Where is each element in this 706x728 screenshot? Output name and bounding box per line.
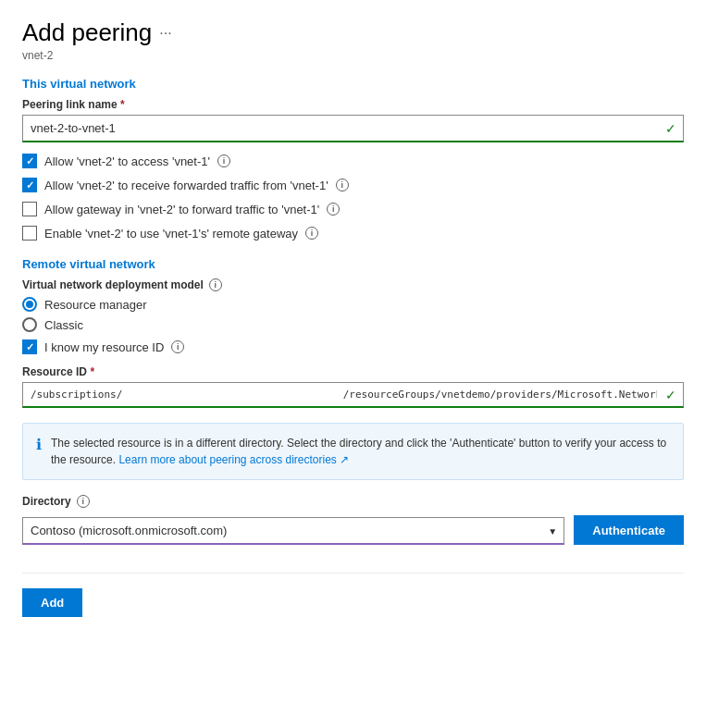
checkbox-know-resource-id[interactable] bbox=[22, 339, 37, 354]
this-vnet-checkboxes: Allow 'vnet-2' to access 'vnet-1' i Allo… bbox=[22, 154, 684, 241]
checkbox-gateway-forward-label: Allow gateway in 'vnet-2' to forward tra… bbox=[44, 203, 319, 216]
checkbox-forwarded[interactable] bbox=[22, 178, 37, 192]
checkbox-remote-gateway[interactable] bbox=[22, 226, 37, 241]
resource-id-label: Resource ID * bbox=[22, 365, 684, 378]
info-icon-3[interactable]: i bbox=[327, 203, 340, 216]
checkbox-gateway-forward[interactable] bbox=[22, 202, 37, 216]
checkbox-row-3: Allow gateway in 'vnet-2' to forward tra… bbox=[22, 202, 684, 216]
deployment-model-info-icon[interactable]: i bbox=[209, 278, 222, 291]
notice-text: The selected resource is in a different … bbox=[51, 435, 670, 468]
deployment-model-radio-group: Resource manager Classic bbox=[22, 297, 684, 332]
bottom-bar: Add bbox=[22, 573, 684, 617]
page-subtitle: vnet-2 bbox=[22, 49, 684, 62]
add-button[interactable]: Add bbox=[22, 588, 82, 617]
peering-link-label: Peering link name * bbox=[22, 98, 684, 111]
info-icon-2[interactable]: i bbox=[336, 179, 349, 191]
radio-classic[interactable] bbox=[22, 317, 37, 332]
resource-id-input[interactable] bbox=[22, 382, 684, 408]
directory-info-icon[interactable]: i bbox=[77, 495, 90, 508]
info-icon-4[interactable]: i bbox=[305, 227, 318, 240]
directory-select[interactable]: Contoso (microsoft.onmicrosoft.com) bbox=[22, 517, 564, 545]
checkbox-know-resource-id-label: I know my resource ID bbox=[44, 340, 164, 354]
resource-id-valid-icon: ✓ bbox=[665, 388, 676, 402]
directory-select-wrapper: Contoso (microsoft.onmicrosoft.com) ▼ bbox=[22, 517, 564, 545]
peering-link-input-wrapper: ✓ bbox=[22, 115, 684, 142]
radio-resource-manager-label: Resource manager bbox=[44, 298, 147, 312]
radio-resource-manager[interactable] bbox=[22, 297, 37, 312]
checkbox-forwarded-label: Allow 'vnet-2' to receive forwarded traf… bbox=[44, 179, 328, 192]
radio-row-resource-manager: Resource manager bbox=[22, 297, 684, 312]
directory-section: Directory i Contoso (microsoft.onmicroso… bbox=[22, 495, 684, 545]
page-title: Add peering bbox=[22, 19, 152, 47]
checkbox-row-4: Enable 'vnet-2' to use 'vnet-1's' remote… bbox=[22, 226, 684, 241]
remote-vnet-heading: Remote virtual network bbox=[22, 257, 684, 271]
deployment-model-label: Virtual network deployment model i bbox=[22, 278, 684, 291]
learn-more-link[interactable]: Learn more about peering across director… bbox=[118, 453, 349, 466]
checkbox-row-1: Allow 'vnet-2' to access 'vnet-1' i bbox=[22, 154, 684, 168]
know-resource-id-row: I know my resource ID i bbox=[22, 339, 684, 354]
this-vnet-heading: This virtual network bbox=[22, 77, 684, 91]
notice-box: ℹ The selected resource is in a differen… bbox=[22, 423, 684, 480]
checkbox-access[interactable] bbox=[22, 154, 37, 168]
info-icon-1[interactable]: i bbox=[217, 154, 230, 167]
page-title-row: Add peering ··· bbox=[22, 19, 684, 47]
directory-label: Directory i bbox=[22, 495, 684, 508]
directory-row: Contoso (microsoft.onmicrosoft.com) ▼ Au… bbox=[22, 515, 684, 545]
radio-row-classic: Classic bbox=[22, 317, 684, 332]
checkbox-access-label: Allow 'vnet-2' to access 'vnet-1' bbox=[44, 154, 210, 168]
checkbox-row-2: Allow 'vnet-2' to receive forwarded traf… bbox=[22, 178, 684, 192]
checkbox-remote-gateway-label: Enable 'vnet-2' to use 'vnet-1's' remote… bbox=[44, 227, 298, 241]
peering-link-input[interactable] bbox=[22, 115, 684, 142]
resource-id-input-wrapper: ✓ bbox=[22, 382, 684, 408]
notice-info-icon: ℹ bbox=[36, 436, 42, 468]
ellipsis-menu-icon[interactable]: ··· bbox=[159, 25, 171, 42]
input-valid-icon: ✓ bbox=[665, 121, 676, 136]
radio-classic-label: Classic bbox=[44, 318, 83, 332]
resource-id-info-icon[interactable]: i bbox=[171, 340, 184, 353]
authenticate-button[interactable]: Authenticate bbox=[574, 515, 684, 545]
